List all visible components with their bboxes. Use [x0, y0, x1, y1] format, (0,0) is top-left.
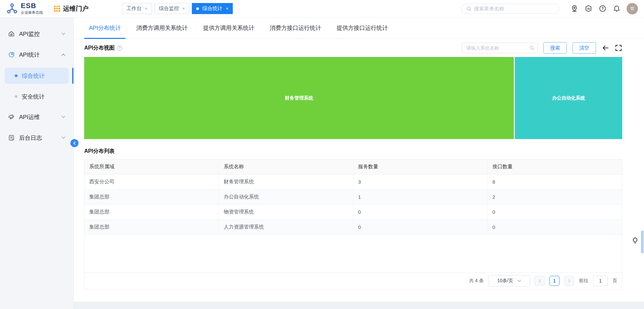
table-cell: 3 [353, 174, 488, 189]
treemap-node-label: 财务管理系统 [285, 95, 313, 101]
column-header: 服务数量 [353, 160, 488, 174]
log-icon [8, 134, 15, 141]
sidebar-item[interactable]: 后台日志 [5, 130, 69, 145]
svg-text:AI: AI [587, 7, 590, 10]
prev-page-button[interactable] [535, 276, 545, 286]
statistics-tab[interactable]: 提供方接口运行统计 [336, 17, 388, 39]
statistics-tab[interactable]: API分布统计 [89, 17, 121, 39]
view-title: API分布视图 [84, 45, 115, 52]
sidebar-item[interactable]: API运维 [5, 109, 69, 125]
statistics-tab-bar: API分布统计消费方调用关系统计提供方调用关系统计消费方接口运行统计提供方接口运… [74, 17, 644, 39]
page-size-select[interactable]: 10条/页 [488, 275, 530, 287]
grid-apps-icon[interactable] [54, 6, 60, 12]
chevron-left-icon [538, 279, 541, 283]
chevron-up-icon [61, 53, 65, 56]
back-arrow-icon[interactable] [602, 44, 609, 52]
table-header-row: 系统所属域系统名称服务数量接口数量 [85, 160, 622, 174]
chevron-down-icon [61, 116, 65, 118]
lightbulb-icon[interactable] [632, 237, 638, 245]
sidebar-item[interactable]: API监控 [5, 26, 69, 42]
brand-text: ESB 企业服务总线 [21, 2, 43, 15]
menu-search-input[interactable] [474, 6, 554, 11]
table-cell: 0 [488, 204, 622, 220]
table-cell: 财务管理系统 [219, 174, 354, 189]
goto-page-input[interactable] [593, 275, 608, 286]
view-help-icon[interactable]: ? [117, 46, 122, 51]
help-icon[interactable]: ? [599, 5, 606, 12]
bullet-dot [15, 74, 17, 77]
chevron-left-icon [73, 141, 76, 145]
header-page-tab[interactable]: 工作台× [122, 3, 152, 14]
active-dot [196, 7, 199, 10]
api-distribution-treemap: 财务管理系统办公自动化系统 [84, 57, 622, 139]
goto-label: 前往 [579, 278, 588, 284]
menu-search-box[interactable] [461, 4, 559, 14]
page-size-value: 10条/页 [497, 278, 513, 284]
table-cell: 集团总部 [85, 189, 219, 204]
open-page-tabs: 工作台×综合监控×综合统计× [122, 3, 233, 14]
close-icon[interactable]: × [182, 6, 185, 11]
treemap-node[interactable]: 财务管理系统 [84, 57, 514, 139]
user-avatar[interactable]: 管 [627, 3, 638, 14]
column-header: 接口数量 [488, 160, 622, 174]
sidebar-collapse-button[interactable] [70, 139, 78, 147]
table-empty-area [85, 235, 622, 272]
bullet-dot [15, 95, 17, 98]
brand-title: ESB [21, 2, 43, 9]
api-distribution-table: 系统所属域系统名称服务数量接口数量西安分公司财务管理系统38集团总部办公自动化系… [85, 160, 622, 235]
megaphone-icon [8, 114, 15, 120]
table-cell: 1 [353, 189, 488, 204]
sidebar-item[interactable]: API统计 [5, 47, 69, 62]
search-icon [466, 6, 472, 11]
sidebar-item-label: API统计 [19, 51, 40, 59]
table-cell: 集团总部 [85, 204, 219, 220]
table-row: 集团总部办公自动化系统12 [85, 189, 622, 204]
total-count: 共 4 条 [469, 278, 484, 284]
system-name-input[interactable] [462, 43, 538, 53]
view-toolbar: API分布视图 ? 搜索 清空 [74, 39, 644, 57]
portal-title-group: 运维门户 [54, 4, 89, 13]
sidebar: API监控API统计综合统计安全统计API运维后台日志 [0, 17, 74, 309]
header-page-tab[interactable]: 综合统计× [192, 3, 233, 14]
column-header: 系统所属域 [85, 160, 219, 174]
fullscreen-icon[interactable] [615, 44, 622, 52]
close-icon[interactable]: × [145, 6, 148, 11]
esb-logo: ESB 企业服务总线 [6, 2, 43, 15]
location-icon[interactable] [571, 5, 578, 12]
table-cell: 物资管理系统 [219, 204, 354, 220]
bell-icon[interactable] [613, 5, 621, 12]
header-page-tab[interactable]: 综合监控× [155, 3, 190, 14]
chevron-right-icon [568, 279, 571, 283]
active-item-indicator [72, 68, 73, 84]
monitor-home-icon [8, 30, 15, 37]
statistics-tab[interactable]: 提供方调用关系统计 [203, 17, 254, 39]
treemap-node[interactable]: 办公自动化系统 [515, 57, 622, 139]
tab-label: 综合统计 [202, 5, 222, 12]
sidebar-subitem-label: 综合统计 [22, 72, 45, 80]
clear-button[interactable]: 清空 [573, 42, 596, 54]
statistics-tab[interactable]: 消费方接口运行统计 [270, 17, 321, 39]
sidebar-item-label: API运维 [19, 113, 40, 121]
statistics-tab[interactable]: 消费方调用关系统计 [136, 17, 187, 39]
treemap-node-label: 办公自动化系统 [552, 95, 585, 101]
chevron-down-icon [517, 280, 521, 282]
table-cell: 人力资源管理系统 [219, 220, 354, 235]
table-cell: 0 [353, 220, 488, 235]
scrollbar-thumb[interactable] [641, 231, 644, 253]
header-icon-group: AI ? [571, 5, 621, 12]
next-page-button[interactable] [564, 276, 574, 286]
list-title: API分布列表 [84, 148, 644, 155]
view-title-group: API分布视图 ? [84, 45, 122, 52]
table-cell: 集团总部 [85, 220, 219, 235]
close-icon[interactable]: × [226, 6, 228, 11]
sidebar-subitem[interactable]: 安全统计 [5, 88, 69, 105]
view-toolbar-actions: 搜索 清空 [462, 42, 622, 54]
system-name-search [462, 43, 538, 53]
ai-assistant-icon[interactable]: AI [585, 5, 592, 12]
current-page-button[interactable]: 1 [549, 276, 559, 286]
search-button[interactable]: 搜索 [543, 42, 567, 54]
sidebar-subitem[interactable]: 综合统计 [5, 68, 69, 84]
sidebar-item-label: API监控 [19, 30, 40, 38]
table-row: 西安分公司财务管理系统38 [85, 174, 622, 189]
esb-network-icon [6, 2, 18, 14]
